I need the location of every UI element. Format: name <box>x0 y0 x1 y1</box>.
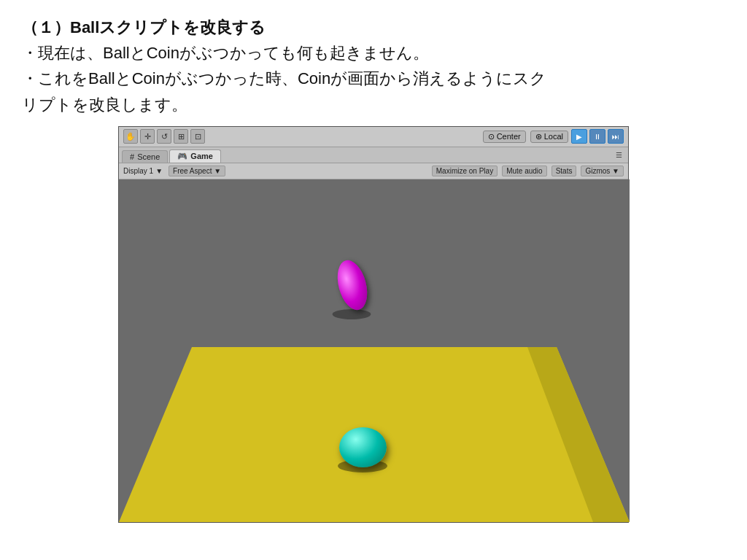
hand-tool-icon[interactable]: ✋ <box>123 129 138 144</box>
play-button[interactable]: ▶ <box>571 129 587 144</box>
text-section: （１）Ballスクリプトを改良する ・現在は、BallとCoinがぶつかっても何… <box>22 15 725 117</box>
toolbar-left: ✋ ✛ ↺ ⊞ ⊡ <box>123 129 480 144</box>
aspect-label: Free Aspect <box>173 167 212 175</box>
scene-tab-icon: # <box>130 152 134 161</box>
pivot-icon: ⊙ <box>488 132 495 141</box>
unity-tabs: # Scene 🎮 Game ☰ <box>119 147 628 163</box>
local-button[interactable]: ⊛ Local <box>530 131 568 143</box>
step-button[interactable]: ⏭ <box>608 129 624 144</box>
game-tab[interactable]: 🎮 Game <box>169 149 221 163</box>
toolbar-center: ⊙ Center ⊛ Local <box>483 131 568 143</box>
teal-ball <box>339 427 387 467</box>
tabs-menu-icon[interactable]: ☰ <box>616 151 625 159</box>
aspect-arrow: ▼ <box>214 167 221 175</box>
bullet2-part2: リプトを改良します。 <box>22 92 725 117</box>
game-tab-icon: 🎮 <box>177 152 187 161</box>
move-tool-icon[interactable]: ✛ <box>140 129 155 144</box>
bullet1: ・現在は、BallとCoinがぶつかっても何も起きません。 <box>22 40 725 66</box>
unity-viewport <box>119 179 630 522</box>
display-select[interactable]: Display 1 ▼ <box>123 167 163 175</box>
pause-button[interactable]: ⏸ <box>589 129 605 144</box>
display-arrow: ▼ <box>155 167 163 175</box>
scene-tab-label: Scene <box>137 152 160 161</box>
unity-subtoolbar: Display 1 ▼ Free Aspect ▼ Maximize on Pl… <box>119 163 628 179</box>
rect-tool-icon[interactable]: ⊡ <box>190 129 205 144</box>
scale-tool-icon[interactable]: ⊞ <box>174 129 188 144</box>
scene-tab[interactable]: # Scene <box>122 150 168 163</box>
subtoolbar-right: Maximize on Play Mute audio Stats Gizmos… <box>432 166 624 176</box>
aspect-button[interactable]: Free Aspect ▼ <box>169 166 225 176</box>
game-tab-label: Game <box>190 152 213 160</box>
local-icon: ⊛ <box>535 132 542 141</box>
local-label: Local <box>544 132 563 141</box>
unity-editor: ✋ ✛ ↺ ⊞ ⊡ ⊙ Center ⊛ Local ▶ ⏸ ⏭ # Scene <box>118 126 629 523</box>
gizmos-button[interactable]: Gizmos ▼ <box>581 166 624 176</box>
rotate-tool-icon[interactable]: ↺ <box>157 129 171 144</box>
maximize-on-play-button[interactable]: Maximize on Play <box>432 166 498 176</box>
stats-button[interactable]: Stats <box>551 166 577 176</box>
display-label: Display 1 <box>123 167 153 175</box>
heading-title: （１）Ballスクリプトを改良する <box>22 15 725 40</box>
unity-toolbar: ✋ ✛ ↺ ⊞ ⊡ ⊙ Center ⊛ Local ▶ ⏸ ⏭ <box>119 127 628 147</box>
bullet2-part1: ・これをBallとCoinがぶつかった時、Coinが画面から消えるようにスク <box>22 66 725 91</box>
mute-audio-button[interactable]: Mute audio <box>502 166 546 176</box>
center-label: Center <box>497 132 521 141</box>
center-button[interactable]: ⊙ Center <box>483 131 526 143</box>
toolbar-right: ▶ ⏸ ⏭ <box>571 129 624 144</box>
coin-shadow <box>333 309 371 319</box>
